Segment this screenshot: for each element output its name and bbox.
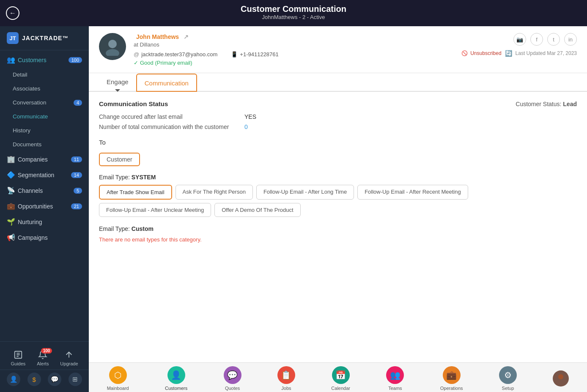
upgrade-label: Upgrade bbox=[60, 361, 78, 366]
sidebar-item-campaigns[interactable]: 📢 Campaigns bbox=[0, 230, 89, 245]
sidebar-bottom-icons: Guides 100 Alerts Upgrade bbox=[0, 347, 89, 370]
sidebar-label-customers: Customers bbox=[18, 57, 47, 63]
customers-badge: 100 bbox=[69, 57, 82, 63]
dock-mini-grid[interactable]: ⊞ bbox=[69, 373, 82, 386]
email-type-custom-header: Email Type: Custom bbox=[99, 225, 577, 232]
dock-mini-person[interactable]: 👤 bbox=[7, 373, 20, 386]
upgrade-button[interactable]: Upgrade bbox=[60, 350, 78, 366]
sidebar-item-detail[interactable]: Detail bbox=[0, 68, 89, 82]
dock-setup[interactable]: ⚙ Setup bbox=[499, 366, 517, 391]
conversation-badge: 4 bbox=[74, 100, 82, 106]
unsubscribe-icon: 🚫 bbox=[461, 50, 468, 56]
email-tag-follow-recent[interactable]: Follow-Up Email - After Recent Meeting bbox=[357, 185, 468, 200]
dock-customers-icon: 👤 bbox=[167, 366, 185, 384]
dock-mini-chat[interactable]: 💬 bbox=[48, 373, 61, 386]
sidebar-label-associates: Associates bbox=[13, 85, 40, 92]
sidebar-item-channels[interactable]: 📡 Channels 5 bbox=[0, 183, 89, 198]
sidebar-logo: JT JACKTRADE™ bbox=[0, 26, 89, 50]
sidebar-item-history[interactable]: History bbox=[0, 123, 89, 137]
dock-mini-dollar[interactable]: $ bbox=[27, 373, 41, 386]
communication-status-header: Communication Status Customer Status: Le… bbox=[99, 100, 577, 107]
dock-customers[interactable]: 👤 Customers bbox=[165, 366, 187, 391]
tab-communication[interactable]: Communication bbox=[136, 74, 197, 92]
instagram-icon[interactable]: 📷 bbox=[513, 33, 526, 46]
channels-icon: 📡 bbox=[7, 186, 14, 195]
contact-right: 📷 f t in 🚫 Unsubscribed 🔄 Last Updated M… bbox=[461, 33, 577, 57]
sidebar-item-companies[interactable]: 🏢 Companies 11 bbox=[0, 151, 89, 167]
sidebar-label-nurturing: Nurturing bbox=[18, 219, 42, 225]
email-tag-follow-long[interactable]: Follow-Up Email - After Long Time bbox=[256, 185, 354, 200]
sidebar-item-communicate[interactable]: Communicate bbox=[0, 110, 89, 123]
twitter-icon[interactable]: t bbox=[547, 33, 560, 46]
sidebar-item-documents[interactable]: Documents bbox=[0, 137, 89, 151]
sidebar-nav: 👥 Customers 100 Detail Associates Conver… bbox=[0, 50, 89, 341]
sidebar-item-associates[interactable]: Associates bbox=[0, 82, 89, 96]
sidebar-item-customers[interactable]: 👥 Customers 100 bbox=[0, 52, 89, 68]
communication-status-section: Communication Status Customer Status: Le… bbox=[99, 100, 577, 130]
contact-company: at Dillanos bbox=[134, 41, 454, 48]
sidebar-item-segmentation[interactable]: 🔷 Segmentation 14 bbox=[0, 167, 89, 183]
sidebar-item-conversation[interactable]: Conversation 4 bbox=[0, 96, 89, 110]
segmentation-badge: 14 bbox=[71, 172, 82, 178]
email-type-system-section: Email Type: SYSTEM After Trade Show Emai… bbox=[99, 174, 577, 217]
opportunities-icon: 💼 bbox=[7, 202, 14, 210]
email-tag-offer-demo[interactable]: Offer A Demo Of The Product bbox=[214, 203, 300, 217]
email-type-system-header: Email Type: SYSTEM bbox=[99, 174, 577, 181]
quotes-icon: 💬 bbox=[224, 366, 241, 384]
no-custom-email-message: There are no email types for this catego… bbox=[99, 236, 577, 243]
alerts-label: Alerts bbox=[37, 361, 49, 366]
sidebar-item-nurturing[interactable]: 🌱 Nurturing bbox=[0, 214, 89, 230]
campaigns-icon: 📢 bbox=[7, 233, 14, 241]
jobs-icon: 📋 bbox=[277, 366, 295, 384]
sidebar: JT JACKTRADE™ 👥 Customers 100 Detail Ass… bbox=[0, 26, 89, 392]
social-icons: 📷 f t in bbox=[513, 33, 577, 46]
contact-name: John Matthews ↗ bbox=[134, 33, 454, 41]
sidebar-label-channels: Channels bbox=[18, 187, 43, 194]
dock-jobs[interactable]: 📋 Jobs bbox=[277, 366, 295, 391]
dock-mainboard[interactable]: ⬡ Mainboard bbox=[107, 366, 129, 391]
at-icon: @ bbox=[134, 51, 139, 58]
dock-teams[interactable]: 👥 Teams bbox=[386, 366, 404, 391]
page-title: Customer Communication bbox=[0, 4, 587, 14]
sync-icon: 🔄 bbox=[505, 50, 512, 57]
dock-operations[interactable]: 💼 Operations bbox=[440, 366, 463, 391]
share-icon[interactable]: ↗ bbox=[184, 33, 189, 40]
top-header: ← Customer Communication JohnMatthews - … bbox=[0, 0, 587, 26]
email-status-badge: ✓ Good (Primary email) bbox=[134, 60, 192, 66]
tab-engage[interactable]: Engage bbox=[99, 73, 136, 91]
sidebar-item-opportunities[interactable]: 💼 Opportunities 21 bbox=[0, 198, 89, 214]
linkedin-icon[interactable]: in bbox=[564, 33, 577, 46]
unsubscribed-badge[interactable]: 🚫 Unsubscribed bbox=[461, 50, 501, 56]
alerts-button[interactable]: 100 Alerts bbox=[37, 350, 49, 366]
sidebar-label-communicate: Communicate bbox=[13, 113, 48, 120]
guides-label: Guides bbox=[11, 361, 25, 366]
total-comm-value: 0 bbox=[244, 123, 248, 130]
email-tag-follow-unclear[interactable]: Follow-Up Email - After Unclear Meeting bbox=[99, 203, 211, 217]
bottom-dock: ⬡ Mainboard 👤 Customers 💬 Quotes 📋 Jobs … bbox=[89, 362, 587, 392]
contact-info: John Matthews ↗ at Dillanos @ jacktrade.… bbox=[134, 33, 454, 66]
to-section: To Customer bbox=[99, 139, 577, 166]
operations-icon: 💼 bbox=[443, 366, 461, 384]
tab-bar: Engage Communication bbox=[89, 73, 587, 92]
logo-icon: JT bbox=[7, 32, 19, 44]
svg-point-6 bbox=[558, 374, 563, 379]
alerts-badge: 100 bbox=[41, 348, 52, 354]
customer-to-tag[interactable]: Customer bbox=[99, 153, 140, 166]
dock-quotes[interactable]: 💬 Quotes bbox=[224, 366, 241, 391]
dock-calendar[interactable]: 📅 Calendar bbox=[331, 366, 350, 391]
facebook-icon[interactable]: f bbox=[530, 33, 543, 46]
sidebar-bottom: Guides 100 Alerts Upgrade 👤 $ 💬 ⊞ bbox=[0, 341, 89, 392]
content-area: John Matthews ↗ at Dillanos @ jacktrade.… bbox=[89, 26, 587, 392]
main-content: Communication Status Customer Status: Le… bbox=[89, 92, 587, 362]
dock-user-avatar[interactable] bbox=[553, 370, 569, 387]
change-occurred-value: YES bbox=[244, 113, 256, 120]
email-tag-trade-show[interactable]: After Trade Show Email bbox=[99, 185, 172, 200]
back-button[interactable]: ← bbox=[6, 6, 19, 20]
channels-badge: 5 bbox=[74, 188, 82, 194]
calendar-icon: 📅 bbox=[332, 366, 350, 384]
mainboard-icon: ⬡ bbox=[109, 366, 127, 384]
svg-point-4 bbox=[108, 40, 117, 48]
guides-button[interactable]: Guides bbox=[11, 350, 25, 366]
setup-icon: ⚙ bbox=[499, 366, 517, 384]
email-tag-right-person[interactable]: Ask For The Right Person bbox=[176, 185, 253, 200]
